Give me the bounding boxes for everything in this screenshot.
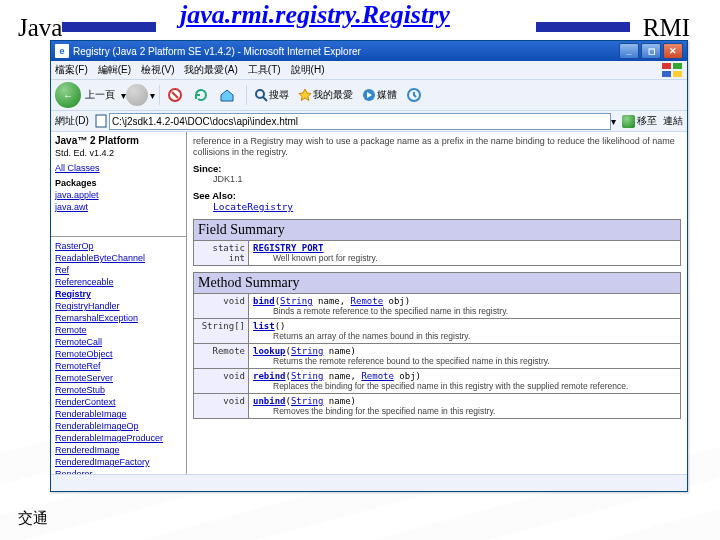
menu-tools[interactable]: 工具(T) bbox=[248, 63, 281, 77]
class-link[interactable]: RemoteServer bbox=[55, 372, 182, 384]
method-row: voidrebind(String name, Remote obj)Repla… bbox=[193, 369, 681, 394]
packages-header: Packages bbox=[55, 178, 182, 188]
method-link[interactable]: lookup bbox=[253, 346, 286, 356]
chevron-down-icon[interactable]: ▾ bbox=[611, 116, 616, 127]
search-button[interactable]: 搜尋 bbox=[251, 84, 291, 106]
method-link[interactable]: rebind bbox=[253, 371, 286, 381]
class-link[interactable]: RemoteStub bbox=[55, 384, 182, 396]
field-type: static int bbox=[194, 241, 249, 265]
svg-line-7 bbox=[263, 97, 267, 101]
method-row: voidunbind(String name)Removes the bindi… bbox=[193, 394, 681, 419]
slide-footer: 交通 bbox=[18, 509, 48, 528]
back-button[interactable]: ← bbox=[55, 82, 81, 108]
menu-view[interactable]: 檢視(V) bbox=[141, 63, 174, 77]
toolbar: ← 上一頁 ▾ ▾ 搜尋 我的最愛 媒體 bbox=[51, 80, 687, 111]
platform-title: Java™ 2 Platform bbox=[55, 135, 182, 146]
platform-version: Std. Ed. v1.4.2 bbox=[55, 148, 182, 158]
since-label: Since: bbox=[193, 163, 681, 174]
class-link[interactable]: Remote bbox=[55, 324, 182, 336]
class-link[interactable]: RenderedImage bbox=[55, 444, 182, 456]
class-link[interactable]: RenderContext bbox=[55, 396, 182, 408]
class-link[interactable]: ReadableByteChannel bbox=[55, 252, 182, 264]
svg-rect-3 bbox=[673, 71, 682, 77]
package-link[interactable]: java.awt bbox=[55, 201, 182, 213]
class-link[interactable]: RegistryHandler bbox=[55, 300, 182, 312]
method-return: void bbox=[194, 369, 249, 393]
method-summary-header: Method Summary bbox=[193, 272, 681, 294]
svg-point-6 bbox=[256, 90, 264, 98]
close-button[interactable]: ✕ bbox=[663, 43, 683, 59]
field-link[interactable]: REGISTRY_PORT bbox=[253, 243, 323, 253]
address-input[interactable]: C:\j2sdk1.4.2-04\DOC\docs\api\index.html bbox=[109, 113, 611, 130]
seealso-label: See Also: bbox=[193, 190, 681, 201]
page-icon bbox=[93, 113, 109, 129]
links-label[interactable]: 連結 bbox=[663, 114, 683, 128]
package-link[interactable]: java.applet bbox=[55, 189, 182, 201]
method-link[interactable]: list bbox=[253, 321, 275, 331]
go-button[interactable]: 移至 bbox=[622, 114, 657, 128]
overview-frame[interactable]: Java™ 2 Platform Std. Ed. v1.4.2 All Cla… bbox=[51, 132, 186, 237]
svg-rect-0 bbox=[662, 63, 671, 69]
class-link[interactable]: RenderableImageProducer bbox=[55, 432, 182, 444]
class-link[interactable]: RemoteCall bbox=[55, 336, 182, 348]
titlebar[interactable]: e Registry (Java 2 Platform SE v1.4.2) -… bbox=[51, 41, 687, 61]
maximize-button[interactable]: ◻ bbox=[641, 43, 661, 59]
method-desc: Binds a remote reference to the specifie… bbox=[253, 306, 676, 316]
svg-rect-1 bbox=[673, 63, 682, 69]
field-desc: Well known port for registry. bbox=[253, 253, 676, 263]
field-summary-header: Field Summary bbox=[193, 219, 681, 241]
class-list-frame[interactable]: RasterOpReadableByteChannelRefReferencea… bbox=[51, 237, 186, 474]
slide-title-link[interactable]: java.rmi.registry.Registry bbox=[180, 0, 450, 30]
refresh-button[interactable] bbox=[190, 84, 212, 106]
seealso-link[interactable]: LocateRegistry bbox=[193, 201, 681, 213]
address-label: 網址(D) bbox=[55, 114, 89, 128]
media-button[interactable]: 媒體 bbox=[359, 84, 399, 106]
class-link[interactable]: RemarshalException bbox=[55, 312, 182, 324]
method-desc: Returns the remote reference bound to th… bbox=[253, 356, 676, 366]
method-desc: Removes the binding for the specified na… bbox=[253, 406, 676, 416]
history-button[interactable] bbox=[403, 84, 425, 106]
ie-icon: e bbox=[55, 44, 69, 58]
doc-paragraph: reference in a Registry may wish to use … bbox=[193, 136, 681, 158]
method-row: Remotelookup(String name)Returns the rem… bbox=[193, 344, 681, 369]
method-row: String[]list()Returns an array of the na… bbox=[193, 319, 681, 344]
method-link[interactable]: unbind bbox=[253, 396, 286, 406]
browser-window: e Registry (Java 2 Platform SE v1.4.2) -… bbox=[50, 40, 688, 492]
window-title: Registry (Java 2 Platform SE v1.4.2) - M… bbox=[73, 46, 617, 57]
home-button[interactable] bbox=[216, 84, 238, 106]
menu-help[interactable]: 說明(H) bbox=[291, 63, 325, 77]
favorites-button[interactable]: 我的最愛 bbox=[295, 84, 355, 106]
minimize-button[interactable]: _ bbox=[619, 43, 639, 59]
stop-button[interactable] bbox=[164, 84, 186, 106]
svg-rect-2 bbox=[662, 71, 671, 77]
menu-edit[interactable]: 編輯(E) bbox=[98, 63, 131, 77]
method-link[interactable]: bind bbox=[253, 296, 275, 306]
class-link[interactable]: RasterOp bbox=[55, 240, 182, 252]
forward-button[interactable] bbox=[126, 84, 148, 106]
back-label[interactable]: 上一頁 bbox=[83, 84, 117, 106]
slide-title-right: RMI bbox=[643, 14, 690, 42]
all-classes-link[interactable]: All Classes bbox=[55, 162, 182, 174]
method-return: void bbox=[194, 294, 249, 318]
method-row: voidbind(String name, Remote obj)Binds a… bbox=[193, 294, 681, 319]
class-link[interactable]: Referenceable bbox=[55, 276, 182, 288]
status-bar bbox=[51, 474, 687, 491]
menu-favorites[interactable]: 我的最愛(A) bbox=[184, 63, 237, 77]
class-link[interactable]: RenderableImageOp bbox=[55, 420, 182, 432]
class-link[interactable]: RemoteRef bbox=[55, 360, 182, 372]
class-link[interactable]: RenderableImage bbox=[55, 408, 182, 420]
class-link[interactable]: RenderedImageFactory bbox=[55, 456, 182, 468]
svg-rect-10 bbox=[96, 115, 106, 127]
address-bar: 網址(D) C:\j2sdk1.4.2-04\DOC\docs\api\inde… bbox=[51, 111, 687, 132]
doc-frame[interactable]: reference in a Registry may wish to use … bbox=[187, 132, 687, 474]
since-value: JDK1.1 bbox=[193, 174, 681, 185]
class-link[interactable]: Ref bbox=[55, 264, 182, 276]
class-link[interactable]: Registry bbox=[55, 288, 182, 300]
method-return: void bbox=[194, 394, 249, 418]
menu-file[interactable]: 檔案(F) bbox=[55, 63, 88, 77]
method-desc: Returns an array of the names bound in t… bbox=[253, 331, 676, 341]
menubar: 檔案(F) 編輯(E) 檢視(V) 我的最愛(A) 工具(T) 說明(H) bbox=[51, 61, 687, 80]
chevron-down-icon[interactable]: ▾ bbox=[150, 90, 155, 101]
windows-flag-icon bbox=[661, 63, 683, 77]
class-link[interactable]: RemoteObject bbox=[55, 348, 182, 360]
